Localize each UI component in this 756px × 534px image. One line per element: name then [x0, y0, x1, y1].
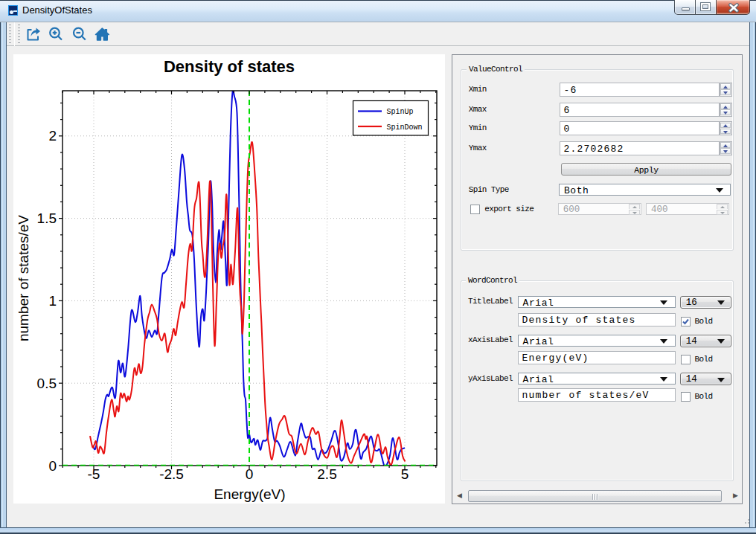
svg-text:SpinDown: SpinDown [387, 123, 423, 132]
svg-text:number of states/eV: number of states/eV [16, 215, 31, 341]
svg-text:0: 0 [48, 458, 57, 474]
svg-text:0.5: 0.5 [37, 376, 57, 391]
svg-text:-5: -5 [88, 466, 100, 482]
svg-text:0: 0 [246, 466, 254, 482]
svg-text:-2.5: -2.5 [159, 466, 184, 482]
svg-text:1.5: 1.5 [37, 210, 57, 226]
svg-text:SpinUp: SpinUp [387, 108, 414, 116]
svg-text:1: 1 [48, 293, 57, 309]
svg-text:Density of states: Density of states [164, 57, 295, 76]
svg-text:Energy(eV): Energy(eV) [214, 486, 285, 502]
svg-text:2: 2 [48, 128, 57, 144]
svg-text:2.5: 2.5 [317, 466, 336, 482]
svg-text:5: 5 [401, 466, 409, 482]
